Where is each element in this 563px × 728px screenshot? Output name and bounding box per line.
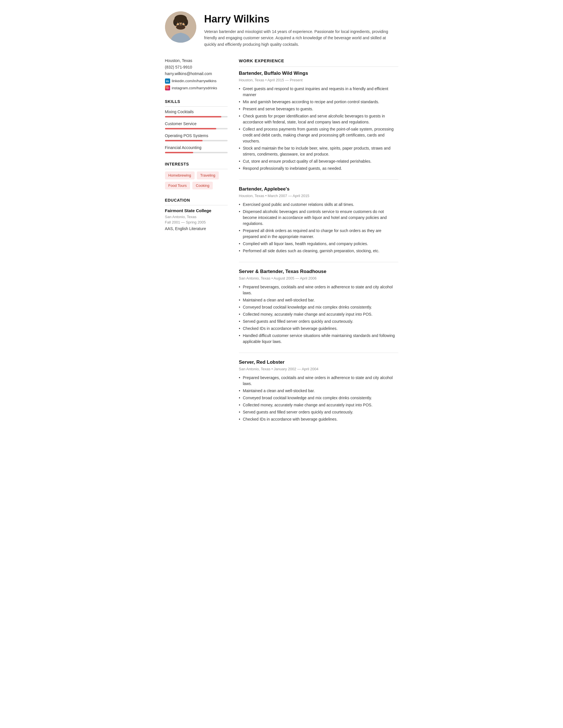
sidebar: Houston, Texas (832) 571-9910 harry.wilk…: [165, 58, 227, 430]
contact-location: Houston, Texas: [165, 58, 227, 64]
skill-mixing-cocktails: Mixing Cocktails: [165, 109, 227, 117]
job-texas-roadhouse: Server & Bartender, Texas Roadhouse San …: [239, 268, 398, 345]
skill-name: Mixing Cocktails: [165, 109, 227, 115]
skill-bar-bg: [165, 128, 227, 129]
linkedin-url: linkedin.com/in/harrywilkins: [172, 78, 217, 84]
job-title: Server & Bartender, Texas Roadhouse: [239, 268, 398, 275]
skill-name: Customer Service: [165, 121, 227, 127]
job-red-lobster: Server, Red Lobster San Antonio, Texas •…: [239, 359, 398, 422]
bullet: Mix and garnish beverages according to r…: [239, 99, 398, 105]
bullet: Performed all side duties such as cleani…: [239, 248, 398, 254]
resume-page: Harry Wilkins Veteran bartender and mixo…: [154, 0, 410, 447]
contact-phone: (832) 571-9910: [165, 64, 227, 70]
bullet: Collect and process payments from guests…: [239, 126, 398, 144]
divider: [239, 179, 398, 180]
bullet: Dispensed alcoholic beverages and contro…: [239, 209, 398, 227]
job-bullets: Greet guests and respond to guest inquir…: [239, 86, 398, 171]
job-applebees: Bartender, Applebee's Houston, Texas • M…: [239, 185, 398, 254]
skill-customer-service: Customer Service: [165, 121, 227, 129]
bullet: Collected money, accurately make change …: [239, 402, 398, 408]
linkedin-row[interactable]: in linkedin.com/in/harrywilkins: [165, 78, 227, 84]
svg-point-3: [173, 19, 177, 26]
skill-pos-systems: Operating POS Systems: [165, 133, 227, 141]
skill-name: Financial Accounting: [165, 145, 227, 151]
job-title: Server, Red Lobster: [239, 359, 398, 366]
instagram-icon: ☉: [165, 85, 170, 90]
body-layout: Houston, Texas (832) 571-9910 harry.wilk…: [165, 58, 398, 430]
job-title: Bartender, Buffalo Wild Wings: [239, 70, 398, 77]
bullet: Complied with all liquor laws, health re…: [239, 241, 398, 247]
bullet: Prepared beverages, cocktails and wine o…: [239, 375, 398, 387]
bullet: Respond professionally to inebriated gue…: [239, 166, 398, 171]
skill-bar-bg: [165, 116, 227, 117]
contact-email: harry.wilkins@hotmail.com: [165, 71, 227, 77]
candidate-name: Harry Wilkins: [204, 11, 398, 27]
bullet: Checked IDs in accordance with beverage …: [239, 416, 398, 422]
skill-bar-bg: [165, 152, 227, 153]
bullet: Served guests and filled server orders q…: [239, 409, 398, 415]
bullet: Collected money, accurately make change …: [239, 311, 398, 317]
bullet: Maintained a clean and well-stocked bar.: [239, 297, 398, 303]
interests-section: INTERESTS Homebrewing Traveling Food Tou…: [165, 161, 227, 189]
bullet: Conveyed broad cocktail knowledge and mi…: [239, 395, 398, 401]
tag-homebrewing: Homebrewing: [165, 171, 194, 179]
header-section: Harry Wilkins Veteran bartender and mixo…: [165, 11, 398, 47]
work-title: WORK EXPERIENCE: [239, 58, 398, 67]
divider: [239, 262, 398, 262]
education-title: EDUCATION: [165, 197, 227, 205]
header-info: Harry Wilkins Veteran bartender and mixo…: [204, 11, 398, 47]
job-bullets: Prepared beverages, cocktails and wine o…: [239, 284, 398, 345]
divider: [239, 353, 398, 353]
bullet: Greet guests and respond to guest inquir…: [239, 86, 398, 98]
edu-location: San Antonio, Texas: [165, 214, 227, 220]
linkedin-icon: in: [165, 78, 170, 84]
bullet: Maintained a clean and well-stocked bar.: [239, 388, 398, 394]
skills-title: SKILLS: [165, 99, 227, 107]
skill-bar-fill: [165, 152, 193, 153]
job-buffalo-wild-wings: Bartender, Buffalo Wild Wings Houston, T…: [239, 70, 398, 171]
bullet: Served guests and filled server orders q…: [239, 319, 398, 324]
skill-financial-accounting: Financial Accounting: [165, 145, 227, 153]
tag-traveling: Traveling: [197, 171, 219, 179]
contact-section: Houston, Texas (832) 571-9910 harry.wilk…: [165, 58, 227, 91]
skill-bar-fill: [165, 128, 216, 129]
job-bullets: Prepared beverages, cocktails and wine o…: [239, 375, 398, 422]
bullet: Present and serve beverages to guests.: [239, 106, 398, 112]
education-section: EDUCATION Fairmont State College San Ant…: [165, 197, 227, 232]
job-title: Bartender, Applebee's: [239, 185, 398, 193]
interests-title: INTERESTS: [165, 161, 227, 169]
skill-bar-fill: [165, 116, 221, 117]
bullet: Prepared beverages, cocktails and wine o…: [239, 284, 398, 296]
skills-list: Mixing Cocktails Customer Service Operat…: [165, 109, 227, 153]
edu-degree: AAS, English Literature: [165, 226, 227, 232]
bullet: Cut, store and ensure product quality of…: [239, 158, 398, 164]
svg-point-4: [184, 19, 188, 26]
bullet: Check guests for proper identification a…: [239, 113, 398, 125]
bullet: Exercised good public and customer relat…: [239, 202, 398, 208]
skill-bar-fill: [165, 140, 202, 141]
bullet: Stock and maintain the bar to include be…: [239, 145, 398, 157]
job-meta: San Antonio, Texas • August 2005 — April…: [239, 276, 398, 281]
candidate-summary: Veteran bartender and mixologist with 14…: [204, 28, 398, 47]
bullet: Handled difficult customer service situa…: [239, 333, 398, 345]
main-content: WORK EXPERIENCE Bartender, Buffalo Wild …: [239, 58, 398, 430]
skill-name: Operating POS Systems: [165, 133, 227, 139]
job-meta: San Antonio, Texas • January 2002 — Apri…: [239, 366, 398, 372]
job-bullets: Exercised good public and customer relat…: [239, 202, 398, 254]
job-meta: Houston, Texas • April 2015 — Present: [239, 77, 398, 83]
bullet: Conveyed broad cocktail knowledge and mi…: [239, 304, 398, 310]
skill-bar-bg: [165, 140, 227, 141]
skills-section: SKILLS Mixing Cocktails Customer Service: [165, 99, 227, 153]
bullet: Prepared all drink orders as required an…: [239, 228, 398, 240]
bullet: Checked IDs in accordance with beverage …: [239, 326, 398, 332]
edu-school: Fairmont State College: [165, 208, 227, 214]
tag-cooking: Cooking: [192, 182, 213, 190]
tag-food-tours: Food Tours: [165, 182, 190, 190]
job-meta: Houston, Texas • March 2007 — April 2015: [239, 193, 398, 199]
instagram-url: instagram.com/harrysdrinks: [172, 85, 217, 91]
interests-tags: Homebrewing Traveling Food Tours Cooking: [165, 171, 227, 189]
instagram-row[interactable]: ☉ instagram.com/harrysdrinks: [165, 85, 227, 91]
edu-date: Fall 2001 — Spring 2005: [165, 220, 227, 225]
avatar: [165, 11, 196, 43]
